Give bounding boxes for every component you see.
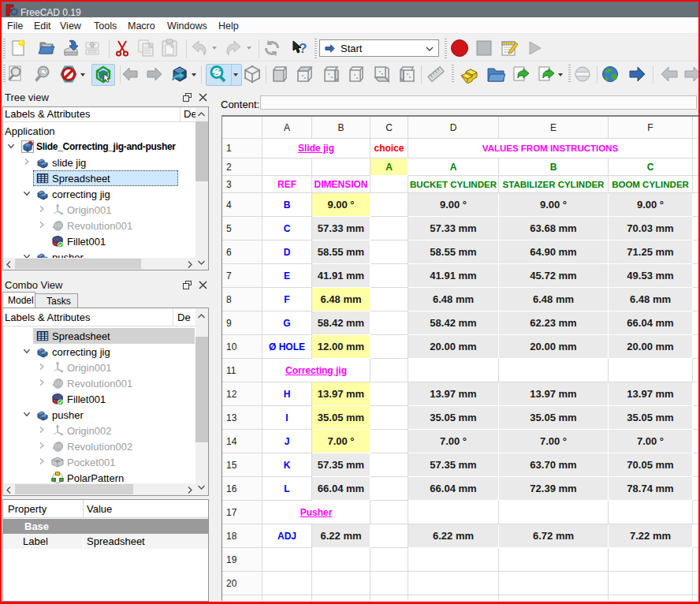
svg-text:?: ? <box>299 41 307 56</box>
